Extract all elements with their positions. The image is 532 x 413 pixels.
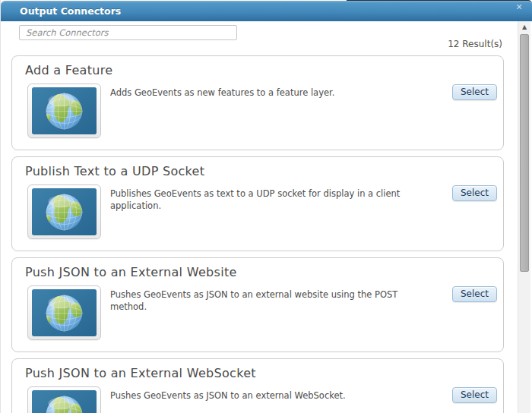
connector-title: Add a Feature [12,56,503,77]
results-count: 12 Result(s) [448,39,502,49]
globe-thumbnail [27,386,101,413]
connector-description: Pushes GeoEvents as JSON to an external … [101,386,452,402]
connector-list: Add a Feature [11,55,504,413]
dialog-titlebar: Output Connectors ✕ [1,1,532,21]
globe-icon [32,289,97,336]
connector-description: Adds GeoEvents as new features to a feat… [101,84,452,99]
connector-title: Push JSON to an External WebSocket [12,359,503,380]
dialog-content: 12 Result(s) Add a Feature [1,21,532,413]
search-input[interactable] [19,25,237,40]
globe-thumbnail [27,184,101,239]
connector-title: Publish Text to a UDP Socket [12,157,503,178]
output-connectors-dialog: { "dialog": { "title": "Output Connector… [0,0,532,413]
globe-thumbnail [27,285,101,340]
globe-icon [32,87,97,134]
connector-card-add-a-feature: Add a Feature [11,55,504,150]
dialog-title: Output Connectors [20,2,121,21]
connector-description: Publishes GeoEvents as text to a UDP soc… [101,184,452,212]
select-button[interactable]: Select [452,84,497,100]
vertical-scrollbar[interactable]: ▲ [518,21,530,413]
globe-icon [32,188,97,235]
connector-description: Pushes GeoEvents as JSON to an external … [101,285,452,313]
connector-card-publish-text-udp: Publish Text to a UDP Socket [11,156,504,251]
globe-thumbnail [27,84,101,138]
connector-card-push-json-websocket: Push JSON to an External WebSocket [11,358,504,413]
select-button[interactable]: Select [452,387,497,403]
connector-title: Push JSON to an External Website [12,258,503,279]
globe-icon [32,390,97,413]
connector-card-push-json-website: Push JSON to an External Website [11,257,504,352]
scroll-up-arrow-icon[interactable]: ▲ [518,21,530,33]
close-icon[interactable]: ✕ [514,2,524,13]
select-button[interactable]: Select [452,185,497,201]
select-button[interactable]: Select [452,286,497,302]
scrollbar-thumb[interactable] [520,34,529,272]
